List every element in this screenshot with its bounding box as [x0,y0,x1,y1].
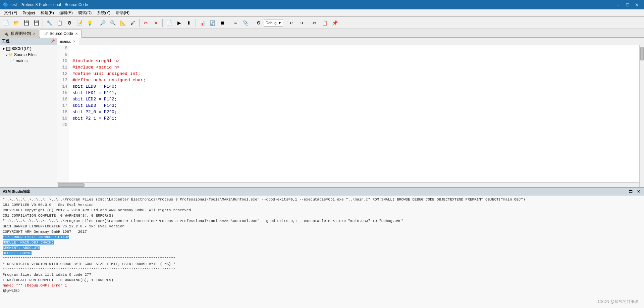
line-number: 15 [58,90,67,96]
toolbar-btn-x[interactable]: ✕ [151,18,161,28]
output-line: COPYRIGHT Copyright (C) 2012 - 2019 ARM … [3,208,641,213]
toolbar-btn-10[interactable]: 🔎 [98,18,107,28]
toolbar-btn-6[interactable]: 📋 [55,18,64,28]
code-line: sbit LED0 = P1^0; [72,83,639,90]
menu-help[interactable]: 帮助(H) [113,9,132,16]
code-editor[interactable]: 891011121314151617181920 #include <reg51… [57,45,639,182]
code-line: sbit LED3 = P1^3; [72,102,639,109]
maximize-button[interactable]: □ [623,1,632,8]
menu-file[interactable]: 文件(F) [1,9,20,16]
code-line: #include <stdio.h> [72,64,639,71]
separator-2 [96,19,96,27]
close-button[interactable]: ✕ [633,1,641,8]
tree-label-mainc: main.c [16,58,28,63]
toolbar-btn-5[interactable]: 🔧 [45,18,54,28]
toolbar-btn-18[interactable]: 🔄 [208,18,217,28]
folder-icon: 📁 [8,53,13,57]
window-title: test - Proteus 8 Professional - Source C… [10,2,88,7]
menu-debug[interactable]: 调试(D) [75,9,95,16]
toolbar-btn-22[interactable]: ⚙ [254,18,263,28]
output-expand-btn[interactable]: 🗖 [627,189,633,194]
schematic-tab-close[interactable]: ✕ [33,32,36,36]
tree-item-mainc[interactable]: 📄 main.c [1,58,56,64]
toolbar-btn-20[interactable]: ≡ [231,18,240,28]
debug-mode-value: Debug [266,21,276,25]
menu-edit[interactable]: 编辑(E) [57,9,75,16]
menu-build[interactable]: 构建(B) [38,9,57,16]
separator-4 [162,19,163,27]
toolbar-btn-8[interactable]: 📝 [75,18,84,28]
line-number: 10 [58,58,67,64]
separator-6 [229,19,229,27]
toolbar-btn-7[interactable]: ⚙ [65,18,74,28]
horizontal-scrollbar[interactable] [57,182,639,187]
toolbar-btn-17[interactable]: 📊 [198,18,207,28]
output-close-btn[interactable]: ✕ [635,189,641,194]
tree-arrow-source[interactable]: ∨ [5,53,8,57]
toolbar-undo[interactable]: ↩ [287,18,296,28]
editor-area: main.c ✕ 891011121314151617181920 #inclu… [57,38,644,187]
title-bar-controls: – □ ✕ [614,1,641,8]
toolbar-btn-21[interactable]: 📎 [241,18,250,28]
debug-mode-select[interactable]: Debug ▼ [264,19,283,27]
line-number: 11 [58,64,67,71]
minimize-button[interactable]: – [614,1,623,8]
chip-icon: 🔲 [6,47,11,51]
code-line: sbit LED1 = P1^1; [72,90,639,96]
menu-system[interactable]: 系统(Y) [94,9,113,16]
tab-source-code[interactable]: 📝 Source Code ✕ [40,30,82,38]
v-scroll-thumb[interactable] [640,47,644,60]
toolbar-btn-19[interactable]: ⏹ [218,18,227,28]
separator-1 [43,19,43,27]
toolbar-btn-11[interactable]: 🔍 [108,18,117,28]
work-area: 工程 📌 ▼ 🔲 80C51(U1) ∨ 📁 Source Files 📄 ma… [0,38,644,187]
line-number: 14 [58,83,67,90]
editor-tab-mainc[interactable]: main.c ✕ [57,38,79,45]
editor-tab-close[interactable]: ✕ [72,39,76,43]
output-line: Program Size: data=11.1 xdata=0 code=277 [3,272,641,277]
source-tab-label: Source Code [50,31,73,36]
tab-schematic[interactable]: 🔌 原理图绘制 ✕ [0,30,39,38]
output-line: 错误代码2 [3,288,641,294]
tree-label-source: Source Files [14,52,37,57]
output-highlight: OFFSET: 0023H [3,251,32,255]
toolbar-btn-copy[interactable]: 📋 [320,18,329,28]
source-tab-close[interactable]: ✕ [75,32,78,36]
toolbar-open[interactable]: 📂 [11,18,21,28]
editor-main: 891011121314151617181920 #include <reg51… [57,45,639,187]
toolbar-save[interactable]: 💾 [21,18,31,28]
editor-tab-label: main.c [60,39,71,43]
toolbar-redo[interactable]: ↪ [297,18,306,28]
toolbar-btn-16[interactable]: ⏸ [184,18,194,28]
toolbar-btn-12[interactable]: 📐 [118,18,127,28]
toolbar-btn-cut[interactable]: ✂ [141,18,151,28]
toolbar-btn-9[interactable]: 💡 [85,18,94,28]
tree-arrow-chip[interactable]: ▼ [2,47,5,51]
code-content: 891011121314151617181920 #include <reg51… [57,45,639,182]
output-panel: VSM Studio输出 🗖 ✕ "..\..\..\..\..\..\..\.… [0,187,644,308]
code-lines[interactable]: #include <reg51.h>#include <stdio.h>#def… [69,45,639,182]
line-number: 12 [58,71,67,77]
toolbar-save-all[interactable]: 💾 [32,18,41,28]
toolbar-btn-13[interactable]: 🖊 [128,18,138,28]
tree-item-chip[interactable]: ▼ 🔲 80C51(U1) [1,46,56,52]
line-number: 13 [58,77,67,83]
output-header: VSM Studio输出 🗖 ✕ [0,188,644,195]
output-line: "..\..\..\..\..\..\..\..\..\Program File… [3,218,641,224]
menu-project[interactable]: Project [20,9,38,16]
output-line: * RESTRICTED VERSION WITH 0800H BYTE COD… [3,261,641,267]
toolbar-btn-15[interactable]: ▶ [174,18,184,28]
h-scroll-thumb[interactable] [58,183,85,187]
vertical-scrollbar[interactable] [639,45,644,187]
toolbar-new[interactable]: 📄 [1,18,11,28]
code-line: #define uint unsigned int; [72,71,639,77]
line-number: 18 [58,109,67,115]
top-tab-bar: 🔌 原理图绘制 ✕ 📝 Source Code ✕ [0,29,644,38]
toolbar-btn-paste[interactable]: 📌 [330,18,339,28]
line-numbers: 891011121314151617181920 [57,45,69,182]
app-icon: 🔷 [3,2,8,7]
line-number: 19 [58,115,67,122]
tree-item-source-files[interactable]: ∨ 📁 Source Files [1,52,56,58]
toolbar-btn-14[interactable]: 📄 [164,18,174,28]
toolbar-btn-cut2[interactable]: ✂ [310,18,319,28]
